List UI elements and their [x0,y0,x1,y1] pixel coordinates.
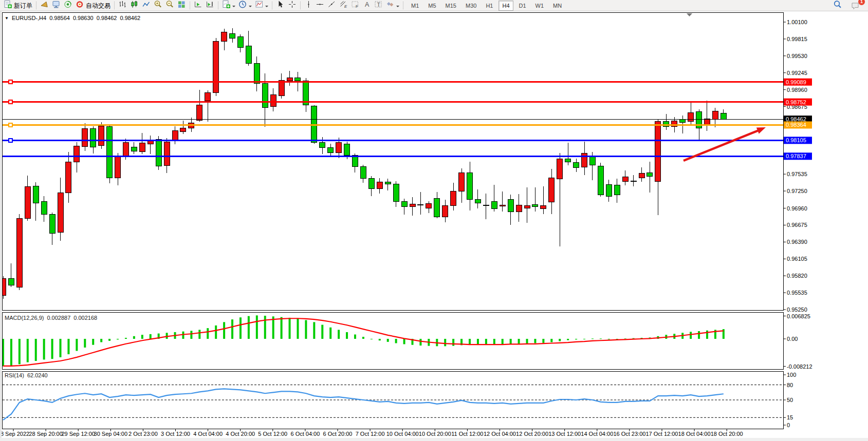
timeframe-MN[interactable]: MN [549,1,565,11]
cursor-icon [276,0,285,11]
auto-scroll-button[interactable] [192,1,204,11]
toolbar-separator [403,2,403,9]
svg-text:50: 50 [787,397,793,403]
radar-button[interactable] [62,1,74,11]
timeframe-W1[interactable]: W1 [532,1,548,11]
crosshair-button[interactable] [286,1,298,11]
svg-text:10 Oct 04:00: 10 Oct 04:00 [386,431,419,437]
svg-text:1.00100: 1.00100 [787,19,807,25]
svg-text:17 Oct 12:00: 17 Oct 12:00 [646,431,678,437]
chevron-down-icon [396,6,399,9]
rsi-value: 62.0240 [27,372,48,378]
chart-shift-icon [206,0,214,11]
price-chart[interactable]: 1.001000.998150.995300.992450.989600.986… [0,11,868,441]
rsi-name: RSI(14) [5,372,24,378]
toolbar: 新订单 自动交易 [0,0,868,11]
line-chart-icon [142,0,151,11]
period-button[interactable] [237,1,253,11]
fibonacci-icon: E [339,0,348,11]
cursor-button[interactable] [274,1,286,11]
rsi-axis: 1008050150 [784,372,796,428]
svg-text:2 Oct 23:00: 2 Oct 23:00 [128,431,158,437]
grid-button[interactable]: F [349,1,361,11]
toolbar-right-icons: 1 [832,1,862,11]
svg-text:16 Oct 23:00: 16 Oct 23:00 [613,431,645,437]
line-handle[interactable] [9,100,12,104]
timeframe-M30[interactable]: M30 [462,1,480,11]
auto-trading-button[interactable]: 自动交易 [74,1,112,11]
timeframe-H4[interactable]: H4 [498,1,513,11]
search-icon [833,0,842,11]
toolbar-separator [272,2,272,9]
svg-text:A: A [365,1,370,8]
timeframe-M1[interactable]: M1 [408,1,422,11]
horizontal-line-icon [316,0,324,11]
svg-text:18 Oct 20:00: 18 Oct 20:00 [711,431,743,437]
bar-chart-icon [118,0,127,11]
svg-text:7 Oct 12:00: 7 Oct 12:00 [356,431,385,437]
zoom-out-icon [165,0,174,11]
svg-text:6 Oct 04:00: 6 Oct 04:00 [290,431,320,437]
svg-text:0.99530: 0.99530 [787,53,807,59]
template-button[interactable] [253,1,270,11]
line-chart-button[interactable] [140,1,152,11]
new-order-doc-icon [4,0,12,11]
macd-name: MACD(12,26,9) [5,315,44,321]
svg-text:15: 15 [787,414,793,420]
chart-window: 1.001000.998150.995300.992450.989600.986… [0,11,868,441]
timeframe-M15[interactable]: M15 [442,1,460,11]
tile-windows-button[interactable] [176,1,188,11]
horizontal-line-button[interactable] [314,1,326,11]
zoom-out-button[interactable] [164,1,176,11]
svg-text:0.98105: 0.98105 [786,137,806,143]
svg-text:28 Sep 20:00: 28 Sep 20:00 [29,431,62,437]
macd-main-value: 0.002887 [47,315,70,321]
chevron-down-icon [249,6,252,9]
chart-shift-button[interactable] [204,1,216,11]
macd-indicator-label: MACD(12,26,9) 0.002887 0.002168 [5,315,97,321]
new-chart-icon [222,0,231,11]
terminal-icon [52,0,61,11]
symbol-dropdown-icon[interactable]: ▼ [5,16,9,21]
text-button[interactable]: A [361,1,373,11]
svg-text:0: 0 [787,422,790,428]
svg-text:10 Oct 20:00: 10 Oct 20:00 [419,431,451,437]
svg-text:0.98960: 0.98960 [787,87,807,93]
search-button[interactable] [832,1,844,11]
timeframe-M5[interactable]: M5 [424,1,439,11]
tile-windows-icon [177,0,186,11]
new-order-button[interactable]: 新订单 [2,1,34,11]
shapes-button[interactable] [384,1,401,11]
new-chart-button[interactable] [220,1,237,11]
svg-text:18 Oct 04:00: 18 Oct 04:00 [678,431,711,437]
chart-shift-marker[interactable] [687,13,692,16]
period-icon [238,0,247,11]
bar-chart-button[interactable] [117,1,128,11]
svg-text:-0.008212: -0.008212 [787,363,812,370]
line-handle[interactable] [9,123,12,127]
vertical-line-button[interactable] [303,1,314,11]
text-icon: A [363,0,371,11]
notifications-button[interactable]: 1 [849,1,862,11]
macd-layer [2,315,725,366]
timeframe-H1[interactable]: H1 [482,1,496,11]
auto-scroll-icon [194,0,202,11]
macd-axis: 0.0068250.00-0.008212 [784,313,812,370]
terminal-button[interactable] [50,1,62,11]
candle-chart-button[interactable] [128,1,140,11]
announce-button[interactable] [39,1,50,11]
svg-text:12 Oct 04:00: 12 Oct 04:00 [484,431,516,437]
rsi-indicator-label: RSI(14) 62.0240 [5,372,48,378]
svg-text:3 Oct 12:00: 3 Oct 12:00 [161,431,190,437]
svg-text:4 Oct 04:00: 4 Oct 04:00 [193,431,223,437]
trendline-button[interactable] [326,1,338,11]
line-handle[interactable] [9,80,12,84]
line-handle[interactable] [9,139,12,142]
trendline-icon [327,0,336,11]
label-button[interactable]: T [373,1,384,11]
shapes-icon [386,0,395,11]
auto-trading-label: 自动交易 [86,1,110,11]
timeframe-D1[interactable]: D1 [515,1,530,11]
fibonacci-button[interactable]: E [338,1,349,11]
zoom-in-button[interactable] [152,1,164,11]
